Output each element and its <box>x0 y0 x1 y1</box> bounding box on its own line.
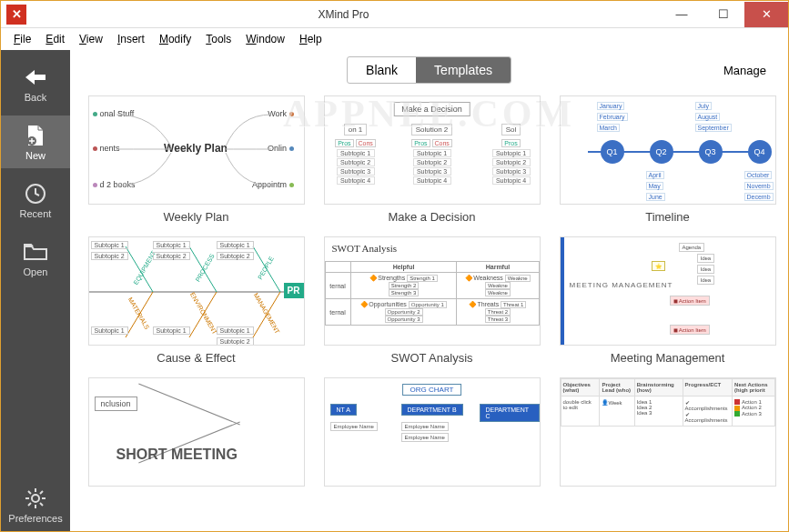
template-thumb: Objectives (what)Project Lead (who)Brain… <box>560 377 776 487</box>
tab-blank[interactable]: Blank <box>348 57 416 83</box>
gear-icon <box>23 487 48 509</box>
template-caption: Meeting Management <box>611 351 725 365</box>
svg-line-7 <box>28 491 31 494</box>
back-arrow-icon <box>23 66 48 88</box>
template-thumb: SWOT Analysis HelpfulHarmful ternal 🔶Str… <box>324 236 541 346</box>
window-title: XMind Pro <box>26 8 661 21</box>
minimize-button[interactable]: — <box>661 2 703 27</box>
template-caption: Timeline <box>645 210 690 224</box>
menu-modify[interactable]: Modify <box>152 31 198 47</box>
template-thumb: Q1 Q2 Q3 Q4 January February March July … <box>560 95 776 205</box>
sidebar-label: Recent <box>20 208 52 219</box>
template-tabs: Blank Templates <box>347 56 511 84</box>
sidebar-item-new[interactable]: New <box>1 115 70 168</box>
template-thumb: PR EQUIPMENT PROCESS PEOPLE MATERIALS EN… <box>88 236 305 346</box>
template-thumb: nclusion SHORT MEETING <box>88 377 305 487</box>
close-button[interactable]: ✕ <box>744 2 788 27</box>
window-controls: — ☐ ✕ <box>661 2 788 27</box>
svg-point-2 <box>32 495 39 502</box>
titlebar: ✕ XMind Pro — ☐ ✕ <box>1 1 788 28</box>
folder-icon <box>23 241 48 263</box>
template-thumb: Make a Decision on 1 ProsCons Subtopic 1… <box>324 95 541 205</box>
template-timeline[interactable]: Q1 Q2 Q3 Q4 January February March July … <box>558 95 777 224</box>
sidebar: Back New Recent Open Preferences <box>1 50 70 531</box>
template-swot[interactable]: SWOT Analysis HelpfulHarmful ternal 🔶Str… <box>322 236 541 365</box>
template-thumb: Weekly Plan onal Stuff Work nents Onlin … <box>88 95 305 205</box>
menu-insert[interactable]: Insert <box>110 31 152 47</box>
template-org-chart[interactable]: ORG CHART NT A DEPARTMENT B DEPARTMENT C… <box>322 377 541 487</box>
tab-templates[interactable]: Templates <box>416 57 511 83</box>
menu-view[interactable]: View <box>72 31 110 47</box>
template-caption: Make a Decision <box>388 210 475 224</box>
template-cause-effect[interactable]: PR EQUIPMENT PROCESS PEOPLE MATERIALS EN… <box>86 236 306 365</box>
content-area: APPNEE.COM Blank Templates Manage Weekly… <box>70 50 788 531</box>
template-thumb: ORG CHART NT A DEPARTMENT B DEPARTMENT C… <box>324 377 541 487</box>
maximize-button[interactable]: ☐ <box>703 2 744 27</box>
svg-line-10 <box>40 491 43 494</box>
topbar: Blank Templates Manage <box>70 50 788 90</box>
svg-line-9 <box>28 503 31 506</box>
menu-tools[interactable]: Tools <box>198 31 238 47</box>
sidebar-item-preferences[interactable]: Preferences <box>1 478 70 531</box>
template-project-plan[interactable]: Objectives (what)Project Lead (who)Brain… <box>558 377 777 487</box>
sidebar-item-recent[interactable]: Recent <box>1 174 70 226</box>
sidebar-label: Back <box>25 92 46 103</box>
template-thumb: MEETING MANAGEMENT Agenda ⭐ Idea Idea Id… <box>560 236 776 346</box>
template-make-decision[interactable]: Make a Decision on 1 ProsCons Subtopic 1… <box>322 95 541 224</box>
menu-window[interactable]: Window <box>238 31 292 47</box>
clock-icon <box>23 183 48 205</box>
sidebar-label: Preferences <box>8 513 62 524</box>
sidebar-item-open[interactable]: Open <box>1 232 70 285</box>
sidebar-item-back[interactable]: Back <box>1 57 70 110</box>
menubar: File Edit View Insert Modify Tools Windo… <box>1 28 788 50</box>
template-weekly-plan[interactable]: Weekly Plan onal Stuff Work nents Onlin … <box>86 95 306 224</box>
app-icon: ✕ <box>6 5 26 25</box>
template-caption: Weekly Plan <box>163 210 228 224</box>
svg-line-8 <box>40 503 43 506</box>
menu-edit[interactable]: Edit <box>38 31 72 47</box>
menu-help[interactable]: Help <box>292 31 329 47</box>
template-gallery[interactable]: Weekly Plan onal Stuff Work nents Onlin … <box>70 90 788 531</box>
sidebar-label: Open <box>24 266 48 277</box>
template-caption: Cause & Effect <box>157 351 235 365</box>
template-meeting-management[interactable]: MEETING MANAGEMENT Agenda ⭐ Idea Idea Id… <box>558 236 777 365</box>
manage-link[interactable]: Manage <box>723 64 766 77</box>
new-file-icon <box>23 125 48 146</box>
menu-file[interactable]: File <box>6 31 38 47</box>
template-caption: SWOT Analysis <box>390 351 472 365</box>
sidebar-label: New <box>25 150 46 161</box>
template-short-meeting[interactable]: nclusion SHORT MEETING <box>86 377 306 487</box>
